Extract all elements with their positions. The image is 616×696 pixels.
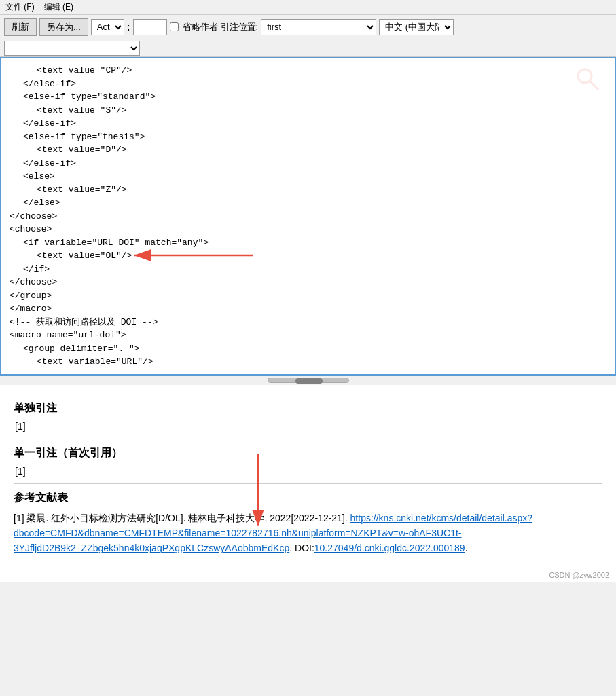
references-title: 参考文献表 bbox=[14, 491, 602, 505]
watermark: CSDN @zyw2002 bbox=[0, 570, 616, 582]
code-line-16: </if> bbox=[10, 263, 606, 276]
single-first-title: 单一引注（首次引用） bbox=[14, 446, 602, 460]
solo-citation-title: 单独引注 bbox=[14, 401, 602, 416]
solo-citation-ref: [1] bbox=[14, 421, 602, 432]
secondary-select[interactable] bbox=[4, 41, 140, 56]
code-line-5: </else-if> bbox=[10, 117, 606, 130]
code-line-10: <text value="Z"/> bbox=[10, 183, 606, 197]
code-line-7: <text value="D"/> bbox=[10, 143, 606, 157]
single-first-section: 单一引注（首次引用） [1] bbox=[14, 446, 602, 484]
code-line-11: </else> bbox=[10, 196, 606, 210]
menu-bar: 文件 (F) 编辑 (E) bbox=[0, 0, 616, 15]
toolbar-row2 bbox=[0, 39, 616, 57]
menu-file[interactable]: 文件 (F) bbox=[3, 1, 37, 14]
toolbar-row1: 刷新 另存为... Act : 省略作者 引注位置: first 中文 (中国大… bbox=[0, 15, 616, 39]
code-line-17: </choose> bbox=[10, 276, 606, 289]
solo-citation-section: 单独引注 [1] bbox=[14, 401, 602, 439]
horizontal-scrollbar[interactable] bbox=[0, 376, 616, 385]
code-line-12: </choose> bbox=[10, 210, 606, 223]
search-overlay bbox=[574, 65, 601, 92]
code-line-8: </else-if> bbox=[10, 157, 606, 170]
svg-line-1 bbox=[590, 81, 598, 90]
act-select[interactable]: Act bbox=[91, 19, 124, 35]
code-line-4: <text value="S"/> bbox=[10, 104, 606, 117]
code-line-6: <else-if type="thesis"> bbox=[10, 130, 606, 144]
citation-position-label: 引注位置: bbox=[221, 21, 259, 33]
reference-doi-link[interactable]: 10.27049/d.cnki.ggldc.2022.000189 bbox=[314, 543, 465, 553]
code-line-20: <!-- 获取和访问路径以及 DOI --> bbox=[10, 316, 606, 329]
divider-2 bbox=[14, 483, 602, 484]
reference-entry: [1] 梁晨. 红外小目标检测方法研究[D/OL]. 桂林电子科技大学, 202… bbox=[14, 511, 602, 556]
code-line-21: <macro name="url-doi"> bbox=[10, 329, 606, 342]
abbreviate-author-checkbox[interactable] bbox=[170, 22, 179, 31]
citation-input[interactable] bbox=[133, 19, 167, 35]
save-as-button[interactable]: 另存为... bbox=[39, 18, 88, 36]
code-line-22: <group delimiter=". "> bbox=[10, 342, 606, 356]
position-select[interactable]: first bbox=[261, 19, 376, 35]
reference-text: [1] 梁晨. 红外小目标检测方法研究[D/OL]. 桂林电子科技大学, 202… bbox=[14, 513, 350, 524]
abbreviate-author-label: 省略作者 bbox=[183, 21, 218, 33]
code-line-13: <choose> bbox=[10, 223, 606, 236]
code-line-3: <else-if type="standard"> bbox=[10, 90, 606, 104]
code-line-9: <else> bbox=[10, 170, 606, 183]
code-editor: <text value="CP"/> </else-if> <else-if t… bbox=[0, 57, 616, 376]
references-section: 参考文献表 [1] 梁晨. 红外小目标检测方法研究[D/OL]. 桂林电子科技大… bbox=[14, 491, 602, 556]
content-area: 单独引注 [1] 单一引注（首次引用） [1] 参考文献表 [1] 梁晨. 红外… bbox=[0, 385, 616, 570]
code-line-19: </macro> bbox=[10, 302, 606, 316]
svg-point-0 bbox=[578, 69, 592, 83]
single-first-ref: [1] bbox=[14, 466, 602, 477]
language-select[interactable]: 中文 (中国大陆) bbox=[379, 19, 454, 35]
code-line-14: <if variable="URL DOI" match="any"> bbox=[10, 236, 606, 250]
reference-period: . bbox=[289, 543, 295, 553]
menu-edit[interactable]: 编辑 (E) bbox=[41, 1, 76, 14]
code-line-2: </else-if> bbox=[10, 77, 606, 91]
code-line-1: <text value="CP"/> bbox=[10, 64, 606, 77]
code-line-23: <text variable="URL"/> bbox=[10, 355, 606, 369]
reference-end: . bbox=[465, 543, 468, 553]
divider-1 bbox=[14, 439, 602, 439]
refresh-button[interactable]: 刷新 bbox=[4, 18, 37, 36]
code-line-18: </group> bbox=[10, 289, 606, 303]
colon-separator: : bbox=[127, 22, 130, 33]
reference-doi-label: DOI: bbox=[295, 543, 314, 553]
code-line-15: <text value="OL"/> bbox=[10, 249, 606, 263]
